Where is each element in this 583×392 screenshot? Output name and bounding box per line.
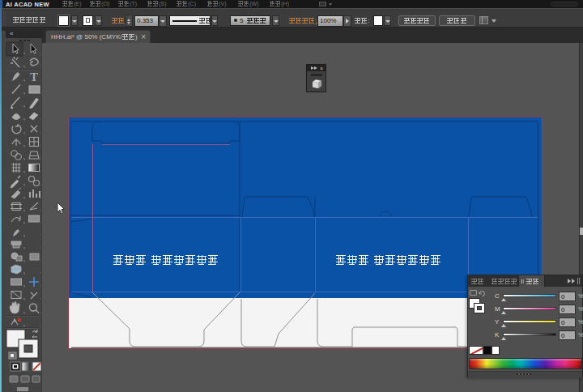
svg-text:T: T: [30, 70, 38, 83]
